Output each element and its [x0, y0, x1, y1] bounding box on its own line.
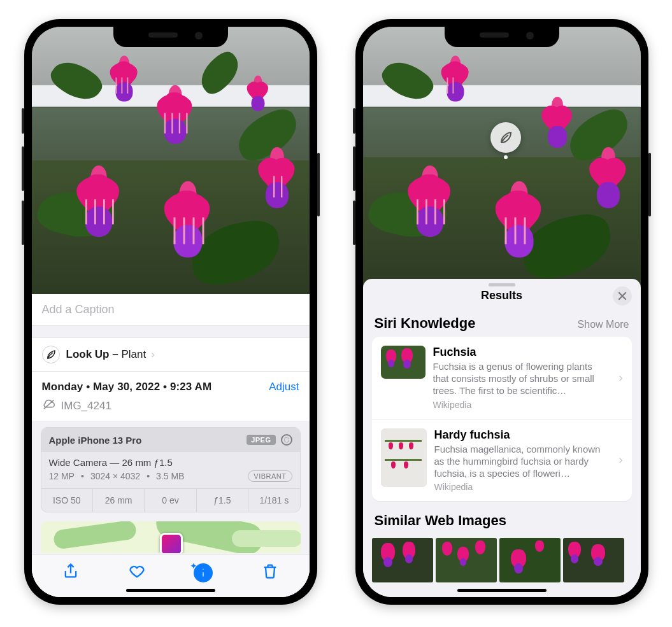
svg-rect-2: [203, 571, 205, 577]
photo-datetime: Monday • May 30, 2022 • 9:23 AM: [42, 381, 212, 393]
map-pin: [160, 533, 183, 553]
live-photo-icon: [281, 434, 292, 446]
exif-lens: Wide Camera — 26 mm ƒ1.5: [49, 457, 292, 468]
svg-point-1: [202, 568, 204, 570]
location-map[interactable]: [41, 521, 301, 553]
format-badge: JPEG: [247, 435, 275, 445]
close-button[interactable]: [613, 286, 632, 306]
similar-images-heading: Similar Web Images: [375, 512, 506, 529]
sheet-grabber[interactable]: [489, 283, 515, 286]
share-button[interactable]: [62, 562, 80, 583]
exif-device: Apple iPhone 13 Pro: [49, 435, 142, 446]
knowledge-item[interactable]: Hardy fuchsia Fuchsia magellanica, commo…: [372, 419, 632, 502]
leaf-icon: [42, 346, 60, 363]
home-indicator[interactable]: [126, 589, 215, 592]
exif-card[interactable]: Apple iPhone 13 Pro JPEG Wide Camera — 2…: [41, 427, 301, 512]
knowledge-card: Fuchsia Fuchsia is a genus of flowering …: [372, 337, 632, 501]
photo-style-badge: VIBRANT: [248, 470, 292, 482]
result-thumbnail: [381, 346, 425, 379]
exif-ev: 0 ev: [145, 489, 196, 512]
show-more-button[interactable]: Show More: [578, 319, 629, 330]
result-title: Fuchsia: [433, 346, 608, 359]
web-image-thumb[interactable]: [499, 538, 561, 582]
info-button-active[interactable]: ✦: [194, 563, 213, 582]
web-image-thumb[interactable]: [372, 538, 433, 582]
similar-images-row[interactable]: [363, 538, 641, 582]
photo-preview[interactable]: [363, 27, 641, 288]
exif-iso: ISO 50: [41, 489, 93, 512]
photo-metadata: Monday • May 30, 2022 • 9:23 AM Adjust I…: [32, 372, 310, 421]
result-description: Fuchsia magellanica, commonly known as t…: [434, 443, 608, 480]
exif-megapixels: 12 MP: [49, 471, 75, 481]
phone-right: Results Siri Knowledge Show More: [355, 19, 648, 605]
knowledge-item[interactable]: Fuchsia Fuchsia is a genus of flowering …: [372, 337, 632, 419]
notch: [113, 27, 228, 47]
result-thumbnail: [381, 428, 427, 487]
cloud-off-icon: [42, 397, 56, 414]
home-indicator[interactable]: [457, 589, 547, 592]
chevron-right-icon: ›: [615, 453, 627, 467]
adjust-button[interactable]: Adjust: [269, 381, 299, 393]
phone-left: Add a Caption Look Up – Plant › Monday •…: [24, 19, 317, 605]
siri-knowledge-heading: Siri Knowledge: [375, 315, 476, 332]
favorite-button[interactable]: [128, 562, 146, 583]
visual-lookup-row[interactable]: Look Up – Plant ›: [32, 337, 310, 372]
notch: [445, 27, 559, 47]
web-image-thumb[interactable]: [563, 538, 624, 582]
web-image-thumb[interactable]: [436, 538, 497, 582]
results-sheet: Results Siri Knowledge Show More: [363, 279, 641, 597]
result-description: Fuchsia is a genus of flowering plants t…: [433, 360, 608, 397]
caption-input[interactable]: Add a Caption: [32, 294, 310, 326]
chevron-right-icon: ›: [151, 348, 155, 361]
lookup-label: Look Up – Plant: [66, 348, 147, 361]
exif-filesize: 3.5 MB: [156, 471, 184, 481]
delete-button[interactable]: [261, 562, 279, 583]
photo-filename: IMG_4241: [61, 400, 111, 412]
visual-lookup-badge[interactable]: [490, 122, 521, 153]
result-title: Hardy fuchsia: [434, 428, 608, 442]
exif-focal: 26 mm: [93, 489, 145, 512]
result-source: Wikipedia: [433, 400, 608, 410]
sheet-title: Results: [372, 289, 632, 302]
exif-aperture: ƒ1.5: [197, 489, 248, 512]
exif-shutter: 1/181 s: [248, 489, 299, 512]
chevron-right-icon: ›: [615, 371, 627, 384]
photo-info-panel: Add a Caption Look Up – Plant › Monday •…: [32, 294, 310, 597]
result-source: Wikipedia: [434, 482, 608, 492]
photo-preview[interactable]: [32, 27, 310, 294]
sparkle-icon: ✦: [190, 561, 197, 571]
exif-dimensions: 3024 × 4032: [90, 471, 140, 481]
